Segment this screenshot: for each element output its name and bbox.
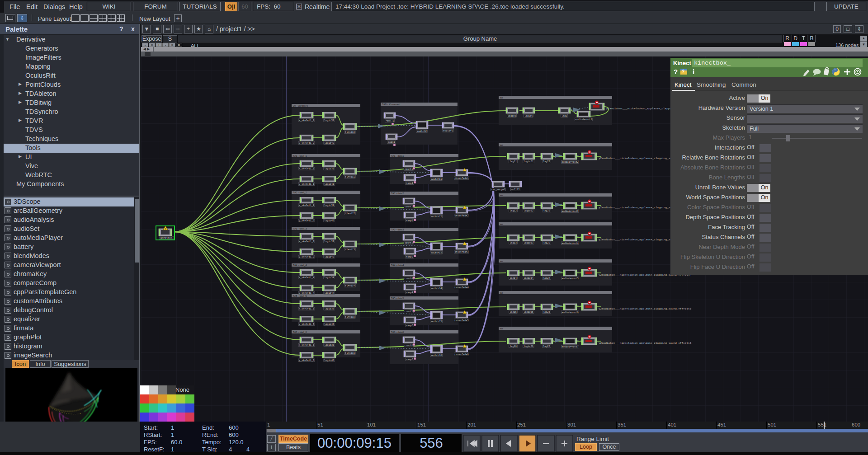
svg-text:logic31: logic31 <box>324 168 334 170</box>
svg-text:TA5 - data5: TA5 - data5 <box>391 297 404 300</box>
svg-text:count2: count2 <box>405 206 413 208</box>
svg-text:gain1: gain1 <box>388 141 395 144</box>
svg-text:lag12: lag12 <box>509 210 517 212</box>
svg-text:logic62: logic62 <box>524 210 533 212</box>
svg-text:logic64: logic64 <box>524 277 533 280</box>
svg-text:!: ! <box>165 228 166 230</box>
svg-text:logic6: logic6 <box>524 115 533 117</box>
svg-text:ao: ao <box>500 223 503 225</box>
svg-text:logic32: logic32 <box>324 204 334 207</box>
svg-text:lag11: lag11 <box>509 160 517 163</box>
svg-text:kinectbox_: kinectbox_ <box>159 237 174 239</box>
svg-text:crossfade1: crossfade1 <box>454 177 468 180</box>
svg-text:lag13: lag13 <box>509 242 517 244</box>
svg-text:blend15: blend15 <box>345 316 355 319</box>
svg-text:y_skelet1_0: y_skelet1_0 <box>299 142 314 145</box>
svg-text:logic40: logic40 <box>324 142 334 145</box>
svg-text:switch15: switch15 <box>431 320 442 323</box>
svg-text:ao: ao <box>500 260 503 263</box>
svg-text:logic63: logic63 <box>524 242 533 244</box>
svg-text:lag25: lag25 <box>543 311 550 314</box>
svg-text:ramp3: ramp3 <box>406 256 413 258</box>
svg-text:count6: count6 <box>405 344 413 347</box>
svg-text:crossfade6: crossfade6 <box>454 353 468 356</box>
svg-text:logic45: logic45 <box>324 323 334 326</box>
svg-text:logic44: logic44 <box>324 292 334 295</box>
svg-text:count3: count3 <box>405 242 413 244</box>
svg-text:lag15: lag15 <box>509 311 517 314</box>
svg-text:logic34: logic34 <box>324 277 334 279</box>
svg-text:audiodevout5: audiodevout5 <box>561 277 578 280</box>
svg-text:lag21: lag21 <box>543 160 550 163</box>
svg-text:ramp6: ramp6 <box>406 358 413 361</box>
svg-text:audiodevout4: audiodevout4 <box>561 242 578 245</box>
svg-text:y_skelet1_4: y_skelet1_4 <box>299 292 314 295</box>
svg-text:y_skelet1_6: y_skelet1_6 <box>299 359 314 362</box>
svg-text:switch14: switch14 <box>431 287 442 290</box>
svg-text:switch13: switch13 <box>431 252 442 254</box>
svg-text:logic43: logic43 <box>324 256 334 258</box>
svg-text:logic61: logic61 <box>524 160 533 163</box>
svg-text:xxx_merge1: xxx_merge1 <box>491 188 505 191</box>
svg-text:switch2: switch2 <box>417 130 427 133</box>
svg-text:y_skelet1_3: y_skelet1_3 <box>299 256 314 258</box>
svg-text:logic36: logic36 <box>324 344 334 347</box>
svg-text:TA2 - skel_2: TA2 - skel_2 <box>293 191 307 194</box>
svg-text:ramp5: ramp5 <box>406 324 413 327</box>
svg-text:ao: ao <box>500 291 503 294</box>
svg-text:TA3 - skel_3: TA3 - skel_3 <box>293 227 307 230</box>
svg-text:ao: ao <box>500 96 503 99</box>
svg-text:crossfade4: crossfade4 <box>454 286 468 289</box>
svg-text:TA4 - skel_4: TA4 - skel_4 <box>293 264 307 267</box>
svg-text:x_skelet1_2: x_skelet1_2 <box>299 204 314 207</box>
svg-text:lag22: lag22 <box>543 210 550 212</box>
svg-text:blend13: blend13 <box>345 249 355 251</box>
svg-text:switch12: switch12 <box>431 216 442 218</box>
svg-text:logic30: logic30 <box>324 119 334 122</box>
svg-text:y2audiobox___nickelodeon_appla: y2audiobox___nickelodeon_applause_clappi… <box>599 307 692 310</box>
svg-text:y_skelet1_1: y_skelet1_1 <box>299 183 314 186</box>
svg-text:ramp1: ramp1 <box>406 182 413 185</box>
svg-text:logic42: logic42 <box>324 220 334 222</box>
svg-text:y_skelet1_5: y_skelet1_5 <box>299 323 314 326</box>
svg-text:lag24: lag24 <box>543 277 550 280</box>
svg-text:lag1: lag1 <box>561 115 567 117</box>
svg-text:blend16: blend16 <box>345 352 355 355</box>
svg-text:audiodevout7: audiodevout7 <box>561 346 578 348</box>
svg-text:y2audiobox___nickelodeon_appla: y2audiobox___nickelodeon_applause_clappi… <box>599 342 692 345</box>
svg-text:ao: ao <box>500 144 503 146</box>
svg-text:ramp4: ramp4 <box>406 291 413 294</box>
svg-text:TA1 - data1: TA1 - data1 <box>391 155 404 157</box>
svg-text:ao: ao <box>500 194 503 197</box>
svg-text:ramp2: ramp2 <box>406 220 413 222</box>
svg-text:x_skelet1_0: x_skelet1_0 <box>299 119 314 122</box>
svg-text:TA4 - data4: TA4 - data4 <box>391 264 404 267</box>
svg-text:ao: ao <box>500 327 503 330</box>
svg-text:audiodevout2: audiodevout2 <box>561 161 578 164</box>
svg-text:00 - variables: 00 - variables <box>293 104 308 107</box>
svg-text:blend11: blend11 <box>345 176 355 178</box>
svg-text:TA6 - data6: TA6 - data6 <box>391 331 404 333</box>
svg-text:blend10: blend10 <box>345 131 355 134</box>
svg-text:crossfade5: crossfade5 <box>454 319 468 322</box>
svg-text:switch16: switch16 <box>431 354 442 357</box>
svg-text:audiof1: audiof1 <box>443 130 453 132</box>
svg-text:TA5 - skel_5: TA5 - skel_5 <box>293 295 307 297</box>
svg-text:x_skelet1_1: x_skelet1_1 <box>299 168 314 170</box>
svg-text:lag16: lag16 <box>509 345 517 348</box>
svg-text:x_skelet1_3: x_skelet1_3 <box>299 240 314 243</box>
svg-text:logic5: logic5 <box>508 115 516 117</box>
svg-text:count4: count4 <box>405 277 413 280</box>
svg-text:logic46: logic46 <box>324 359 334 362</box>
svg-text:count1: count1 <box>405 168 413 171</box>
svg-text:logic65: logic65 <box>524 311 533 314</box>
svg-text:logic33: logic33 <box>324 240 334 243</box>
svg-text:lag26: lag26 <box>543 345 550 348</box>
svg-text:logic41: logic41 <box>324 183 334 186</box>
svg-text:count5: count5 <box>405 310 413 313</box>
svg-text:TA6 - skel_6: TA6 - skel_6 <box>293 331 307 333</box>
svg-text:null13: null13 <box>511 188 520 191</box>
svg-text:x_skelet1_5: x_skelet1_5 <box>299 308 314 310</box>
svg-text:blend12: blend12 <box>345 212 355 215</box>
svg-text:y_skelet1_2: y_skelet1_2 <box>299 220 314 222</box>
